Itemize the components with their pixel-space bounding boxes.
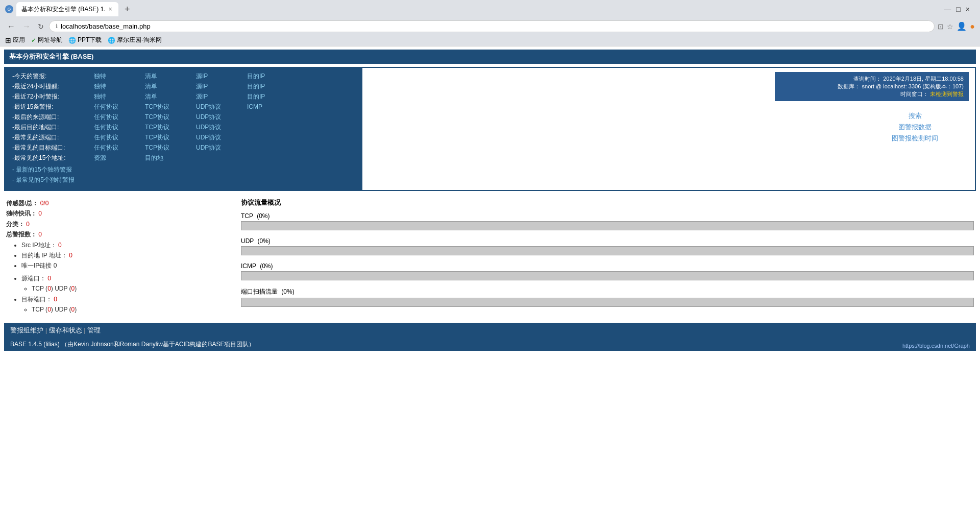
- classify-line: 分类： 0: [6, 219, 231, 229]
- account-icon[interactable]: 👤: [957, 21, 967, 31]
- tcp-bar-section: TCP (0%): [241, 212, 974, 230]
- r72-dstip[interactable]: 目的IP: [247, 92, 298, 101]
- lsp-any[interactable]: 任何协议: [94, 113, 145, 122]
- r72-unique[interactable]: 独特: [94, 92, 145, 101]
- back-btn[interactable]: ←: [5, 21, 17, 32]
- graph-alert-data-link[interactable]: 图警报数据: [892, 123, 938, 132]
- today-srcip-link[interactable]: 源IP: [196, 72, 247, 81]
- total-alerts-value[interactable]: 0: [38, 231, 42, 238]
- cache-status-link[interactable]: 缓存和状态: [49, 326, 82, 334]
- udp-label-row: UDP (0%): [241, 237, 974, 245]
- recent15-label: -最近15条警报:: [12, 103, 94, 111]
- dst-port-value[interactable]: 0: [54, 296, 57, 303]
- today-list-link[interactable]: 清单: [145, 72, 196, 81]
- lsp-tcp[interactable]: TCP协议: [145, 113, 196, 122]
- cdp-udp[interactable]: UDP协议: [196, 144, 247, 152]
- r15-tcp[interactable]: TCP协议: [145, 103, 196, 111]
- reload-btn[interactable]: ↻: [36, 21, 46, 32]
- bookmark-apps[interactable]: ⊞ 应用: [5, 36, 25, 44]
- c15-dst[interactable]: 目的地: [145, 154, 196, 162]
- admin-link[interactable]: 管理: [87, 326, 101, 334]
- more-globe-icon: 🌐: [108, 37, 115, 44]
- src-port-value[interactable]: 0: [47, 275, 51, 282]
- menu-icon[interactable]: ●: [970, 22, 975, 31]
- bookmark-nav[interactable]: ✓ 网址导航: [31, 36, 62, 44]
- bookmark-ppt[interactable]: 🌐 PPT下载: [68, 36, 102, 44]
- dst-port-blank: TCP (0) UDP (0): [21, 304, 231, 315]
- csp-tcp[interactable]: TCP协议: [145, 133, 196, 142]
- unique-alert-label: 独特快讯：: [6, 210, 37, 217]
- r72-list[interactable]: 清单: [145, 92, 196, 101]
- active-tab[interactable]: 基本分析和安全引擎 (BASE) 1. ×: [16, 2, 118, 16]
- csp-udp[interactable]: UDP协议: [196, 133, 247, 142]
- r15-icmp[interactable]: ICMP: [247, 103, 298, 110]
- r15-udp[interactable]: UDP协议: [196, 103, 247, 111]
- icmp-label-row: ICMP (0%): [241, 262, 974, 270]
- today-unique-link[interactable]: 独特: [94, 72, 145, 81]
- time-window-line: 时间窗口： 未检测到警报: [780, 90, 964, 98]
- unique-ip-item: 唯一IP链接 0: [21, 260, 231, 271]
- classify-value[interactable]: 0: [26, 221, 30, 228]
- minimize-btn[interactable]: —: [944, 5, 951, 13]
- unique15-link[interactable]: - 最新的15个独特警报: [12, 166, 72, 173]
- alert-mgmt-link[interactable]: 警报组维护: [10, 326, 43, 334]
- r72-srcip[interactable]: 源IP: [196, 92, 247, 101]
- db-value: snort @ localhost: 3306 (架构版本：107): [862, 83, 964, 89]
- r24-list[interactable]: 清单: [145, 82, 196, 91]
- dst-udp-value[interactable]: 0: [71, 306, 75, 313]
- close-btn[interactable]: ×: [966, 5, 970, 13]
- src-ip-label: Src IP地址：: [21, 242, 57, 249]
- r15-any[interactable]: 任何协议: [94, 103, 145, 111]
- dst-ip-value[interactable]: 0: [69, 252, 72, 259]
- last-dst-row: -最后目的地端口: 任何协议 TCP协议 UDP协议: [12, 123, 355, 132]
- url-box[interactable]: ℹ localhost/base/base_main.php: [49, 20, 935, 32]
- time-window-label: 时间窗口：: [900, 91, 928, 97]
- src-ip-value[interactable]: 0: [58, 242, 62, 249]
- common5-link[interactable]: - 最常见的5个独特警报: [12, 176, 75, 183]
- src-udp-value[interactable]: 0: [71, 285, 75, 292]
- common15-addr-label: -最常见的15个地址:: [12, 154, 94, 162]
- base-version: BASE 1.4.5 (lilias): [10, 341, 60, 348]
- stats-protocol-section: 传感器/总： 0/0 独特快讯： 0 分类： 0 总警报数： 0: [4, 194, 976, 319]
- protocol-title: 协议流量概况: [241, 198, 974, 207]
- csp-any[interactable]: 任何协议: [94, 133, 145, 142]
- footer-url-hint: https://blog.csdn.net/Graph: [902, 343, 970, 349]
- src-tcp-udp-item: TCP (0) UDP (0): [32, 283, 231, 294]
- dst-tcp-value[interactable]: 0: [47, 306, 51, 313]
- stats-left: 传感器/总： 0/0 独特快讯： 0 分类： 0 总警报数： 0: [6, 198, 231, 315]
- tab-favicon: ⊙: [5, 5, 13, 13]
- ld-tcp[interactable]: TCP协议: [145, 123, 196, 132]
- src-port-item: 源端口： 0: [21, 273, 231, 283]
- unique-alert-value[interactable]: 0: [38, 210, 42, 217]
- alert-table: -今天的警报: 独特 清单 源IP 目的IP -最近24小时提醒: 独特 清单 …: [5, 68, 362, 190]
- tab-close-btn[interactable]: ×: [109, 6, 112, 13]
- query-info-box: 查询时间： 2020年2月18日, 星期二18:00:58 数据库： snort…: [775, 72, 969, 101]
- src-tcp-value[interactable]: 0: [47, 285, 51, 292]
- right-info-panel: 查询时间： 2020年2月18日, 星期二18:00:58 数据库： snort…: [362, 68, 975, 190]
- ld-udp[interactable]: UDP协议: [196, 123, 247, 132]
- main-dashboard: -今天的警报: 独特 清单 源IP 目的IP -最近24小时提醒: 独特 清单 …: [4, 67, 976, 191]
- icmp-pct: (0%): [260, 262, 273, 270]
- cdp-any[interactable]: 任何协议: [94, 144, 145, 152]
- r24-srcip[interactable]: 源IP: [196, 82, 247, 91]
- forward-btn[interactable]: →: [20, 21, 33, 32]
- new-tab-btn[interactable]: +: [119, 4, 135, 15]
- common-dstport-label: -最常见的目标端口:: [12, 144, 94, 152]
- src-port-label: 源端口：: [21, 275, 46, 282]
- sensor-total-value[interactable]: 0/0: [40, 200, 49, 207]
- ld-any[interactable]: 任何协议: [94, 123, 145, 132]
- today-dstip-link[interactable]: 目的IP: [247, 72, 298, 81]
- maximize-btn[interactable]: □: [956, 5, 960, 13]
- bookmark-more[interactable]: 🌐 摩尔庄园-淘米网: [108, 36, 162, 44]
- r24-dstip[interactable]: 目的IP: [247, 82, 298, 91]
- bookmark-icon[interactable]: ☆: [947, 22, 953, 31]
- graph-alert-time-link[interactable]: 图警报检测时间: [892, 134, 938, 143]
- c15-src[interactable]: 资源: [94, 154, 145, 162]
- lsp-udp[interactable]: UDP协议: [196, 113, 247, 122]
- r24-unique[interactable]: 独特: [94, 82, 145, 91]
- cdp-tcp[interactable]: TCP协议: [145, 144, 196, 152]
- ppt-globe-icon: 🌐: [68, 37, 76, 44]
- extensions-icon: ⊡: [938, 22, 944, 31]
- recent72-label: -最近72小时警报:: [12, 92, 94, 101]
- search-link[interactable]: 搜索: [892, 111, 938, 121]
